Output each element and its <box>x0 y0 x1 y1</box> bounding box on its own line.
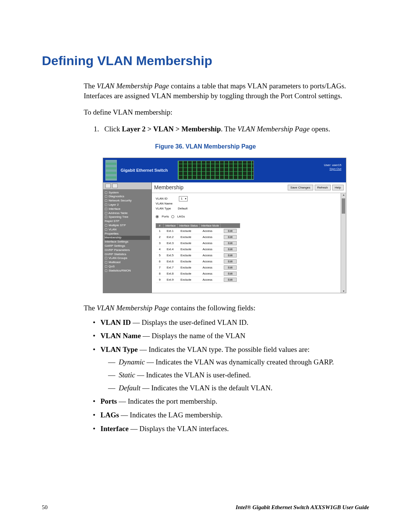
user-info: User: user15 Sign Out <box>324 163 341 171</box>
sublist-item: Default — Indicates the VLAN is the defa… <box>108 383 369 393</box>
main-panel: Membership Save Changes Refresh Help VLA… <box>152 182 346 293</box>
row-interface: Ext.6 <box>164 258 177 264</box>
sign-out-link[interactable]: Sign Out <box>330 167 341 171</box>
device-icon <box>105 160 117 181</box>
table-row: 8Ext.8ExcludeAccessEdit <box>156 270 240 276</box>
app-header: Gigabit Ethernet Switch User: user15 Sig… <box>103 158 346 182</box>
nav-item[interactable]: ▢ Layer 2 <box>105 203 150 207</box>
nav-item[interactable]: ▢ VLAN Groups <box>105 256 150 260</box>
ports-radio[interactable] <box>156 215 159 218</box>
edit-button[interactable]: Edit <box>224 229 237 233</box>
table-row: 7Ext.7ExcludeAccessEdit <box>156 264 240 270</box>
vlan-id-label: VLAN ID <box>156 197 167 201</box>
ports-radio-label: Ports <box>162 214 169 219</box>
nav-item[interactable]: GVRP Parameters <box>105 248 150 252</box>
form-fields: VLAN ID 1 VLAN Name VLAN Type Default <box>152 193 346 221</box>
panel-title: Membership <box>154 184 183 190</box>
nav-item[interactable]: Membership <box>105 236 150 240</box>
nav-item[interactable]: ▢ Spanning Tree <box>105 215 150 219</box>
guide-title: Intel® Gigabit Ethernet Switch AXXSW1GB … <box>236 504 369 511</box>
nav-item[interactable]: ▢ Statistics/RMON <box>105 269 150 273</box>
sublist-item: Dynamic — Indicates the VLAN was dynamic… <box>108 357 369 367</box>
row-status: Exclude <box>177 228 199 234</box>
page-name: VLAN Membership Page <box>237 125 310 133</box>
row-mode: Access <box>199 246 221 252</box>
row-mode: Access <box>199 258 221 264</box>
lags-radio-label: LAGs <box>177 214 185 219</box>
list-item: Ports — Indicates the port membership. <box>93 396 369 406</box>
edit-button[interactable]: Edit <box>224 241 237 245</box>
nav-item[interactable]: ▢ QoS <box>105 265 150 269</box>
interface-table: #InterfaceInterface StatusInterface Mode… <box>156 223 240 283</box>
nav-expand-icon[interactable] <box>112 184 118 188</box>
nav-item[interactable]: ▢ Interface <box>105 207 150 211</box>
lags-radio[interactable] <box>171 215 174 218</box>
edit-button[interactable]: Edit <box>224 272 237 276</box>
nav-item[interactable]: ▢ System <box>105 191 150 195</box>
device-panel-graphic <box>178 161 254 180</box>
save-changes-button[interactable]: Save Changes <box>288 185 313 190</box>
nav-item[interactable]: ▢ VLAN <box>105 228 150 232</box>
row-num: 8 <box>156 270 164 276</box>
table-header: Interface Mode <box>199 223 221 228</box>
nav-item[interactable]: Interface Settings <box>105 240 150 244</box>
edit-button[interactable]: Edit <box>224 247 237 251</box>
row-status: Exclude <box>177 264 199 270</box>
nav-item[interactable]: ▢ Address Table <box>105 211 150 216</box>
row-num: 9 <box>156 276 164 283</box>
row-interface: Ext.2 <box>164 234 177 240</box>
row-interface: Ext.8 <box>164 270 177 276</box>
row-mode: Access <box>199 276 221 283</box>
vlan-type-value: Default <box>178 206 187 211</box>
row-status: Exclude <box>177 240 199 246</box>
edit-button[interactable]: Edit <box>224 253 237 257</box>
step-1: 1. Click Layer 2 > VLAN > Membership. Th… <box>94 124 369 134</box>
row-status: Exclude <box>177 270 199 276</box>
row-mode: Access <box>199 234 221 240</box>
row-status: Exclude <box>177 276 199 283</box>
edit-button[interactable]: Edit <box>224 259 237 264</box>
help-button[interactable]: Help <box>332 185 344 190</box>
embedded-screenshot: Gigabit Ethernet Switch User: user15 Sig… <box>103 158 369 293</box>
nav-item[interactable]: GVRP Statistics <box>105 252 150 257</box>
row-num: 3 <box>156 240 164 246</box>
page-footer: 50 Intel® Gigabit Ethernet Switch AXXSW1… <box>42 504 369 511</box>
table-row: 5Ext.5ExcludeAccessEdit <box>156 252 240 258</box>
row-mode: Access <box>199 228 221 234</box>
table-row: 4Ext.4ExcludeAccessEdit <box>156 246 240 252</box>
list-item: VLAN ID — Displays the user-defined VLAN… <box>93 318 369 328</box>
vertical-scrollbar[interactable] <box>341 193 346 293</box>
row-status: Exclude <box>177 246 199 252</box>
nav-item[interactable]: ▢ Network Security <box>105 199 150 203</box>
vlan-id-select[interactable]: 1 <box>179 196 187 202</box>
list-item: VLAN Name — Displays the name of the VLA… <box>93 331 369 341</box>
table-header: Interface Status <box>177 223 199 228</box>
step-text: Click Layer 2 > VLAN > Membership. The V… <box>104 124 330 134</box>
row-mode: Access <box>199 264 221 270</box>
vlan-name-label: VLAN Name <box>156 201 172 206</box>
nav-item[interactable]: GARP Settings <box>105 244 150 248</box>
page-number: 50 <box>42 504 48 511</box>
edit-button[interactable]: Edit <box>224 278 237 282</box>
list-item: LAGs — Indicates the LAG membership. <box>93 410 369 420</box>
row-mode: Access <box>199 240 221 246</box>
row-status: Exclude <box>177 234 199 240</box>
nav-item[interactable]: Properties <box>105 232 150 236</box>
refresh-button[interactable]: Refresh <box>315 185 331 190</box>
text: The <box>84 304 97 312</box>
step-number: 1. <box>94 124 99 134</box>
nav-item[interactable]: ▢ Diagnostics <box>105 195 150 199</box>
nav-item[interactable]: Rapid STP <box>105 219 150 224</box>
edit-button[interactable]: Edit <box>224 235 237 239</box>
nav-tree[interactable]: ▢ System▢ Diagnostics▢ Network Security▢… <box>103 182 152 293</box>
row-interface: Ext.1 <box>164 228 177 234</box>
table-header: Interface <box>164 223 177 228</box>
nav-collapse-icon[interactable] <box>105 184 111 188</box>
edit-button[interactable]: Edit <box>224 265 237 270</box>
nav-item[interactable]: ▢ Multiple STP <box>105 224 150 228</box>
nav-item[interactable]: ▢ Multicast <box>105 260 150 265</box>
text: Click <box>104 125 122 133</box>
fields-intro: The VLAN Membership Page contains the fo… <box>84 304 369 312</box>
text: contains the following fields: <box>169 304 255 312</box>
list-item: VLAN Type — Indicates the VLAN type. The… <box>93 345 369 393</box>
